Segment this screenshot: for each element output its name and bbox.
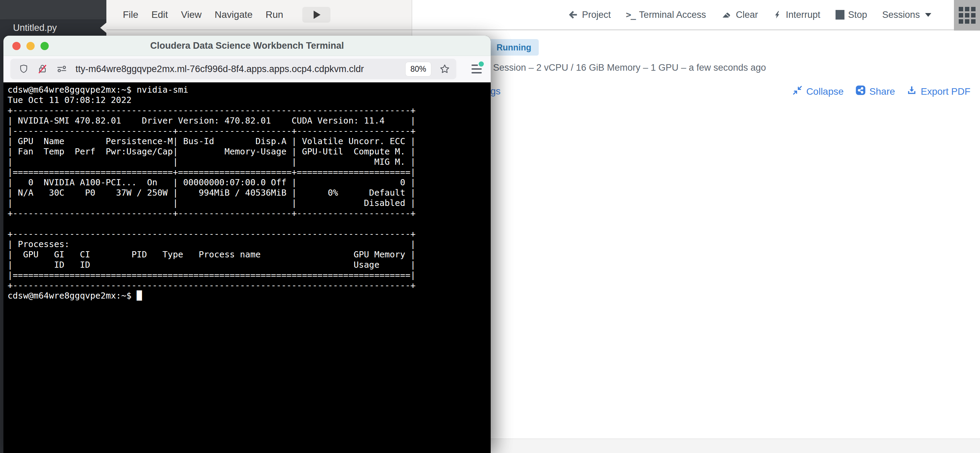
menubar-substrip [107, 30, 412, 36]
stop-label: Stop [848, 10, 867, 20]
address-field[interactable]: tty-m64wre8ggqvpe2mx.ml-76cf996d-8f4.app… [10, 59, 457, 79]
page-zoom-button[interactable]: 80% [406, 62, 431, 76]
shield-icon[interactable] [19, 64, 29, 75]
terminal-prompt-icon: >_ [626, 10, 635, 20]
menu-line [471, 72, 482, 73]
interrupt-label: Interrupt [786, 10, 821, 20]
browser-url-bar: tty-m64wre8ggqvpe2mx.ml-76cf996d-8f4.app… [3, 56, 491, 83]
chevron-down-icon [925, 13, 931, 17]
stop-button[interactable]: Stop [835, 10, 867, 20]
download-icon [907, 85, 917, 98]
apps-grid-icon [959, 7, 975, 24]
tab-notch [100, 23, 107, 33]
insecure-lock-icon[interactable] [37, 63, 48, 75]
play-icon [313, 11, 320, 19]
menu-navigate[interactable]: Navigate [215, 9, 253, 20]
menu-line [471, 65, 478, 66]
menu-line [471, 68, 482, 70]
session-info-text: Session – 2 vCPU / 16 GiB Memory – 1 GPU… [493, 62, 766, 73]
menu-edit[interactable]: Edit [151, 9, 168, 20]
lightning-icon [773, 10, 782, 20]
browser-menu-button[interactable] [471, 64, 483, 75]
menu-file[interactable]: File [123, 9, 138, 20]
menu-run[interactable]: Run [266, 9, 283, 20]
toolbar-divider [412, 0, 412, 36]
share-icon [856, 85, 866, 98]
collapse-button[interactable]: Collapse [792, 85, 844, 98]
export-pdf-label: Export PDF [921, 86, 970, 97]
update-available-dot [479, 62, 484, 67]
clear-label: Clear [736, 10, 758, 20]
clear-button[interactable]: Clear [721, 10, 758, 20]
stop-icon [835, 10, 845, 19]
project-button[interactable]: Project [568, 10, 611, 20]
apps-grid-button[interactable] [954, 0, 980, 30]
minimize-window-button[interactable] [26, 42, 35, 50]
share-button[interactable]: Share [856, 85, 895, 98]
session-panel-footer [412, 439, 980, 453]
sessions-label: Sessions [882, 10, 920, 20]
bookmark-star-icon[interactable] [439, 64, 450, 75]
terminal-output[interactable]: cdsw@m64wre8ggqvpe2mx:~$ nvidia-smi Tue … [3, 83, 491, 301]
status-badge: Running [489, 39, 539, 56]
back-arrow-icon [568, 10, 578, 20]
terminal-content[interactable]: cdsw@m64wre8ggqvpe2mx:~$ nvidia-smi Tue … [3, 83, 491, 453]
project-label: Project [582, 10, 611, 20]
window-controls [12, 36, 49, 56]
top-bar: Untitled.py File Edit View Navigate Run … [0, 0, 980, 36]
tab-untitled-py[interactable]: Untitled.py [13, 23, 57, 33]
terminal-access-button[interactable]: >_ Terminal Access [626, 10, 706, 20]
collapse-icon [792, 85, 803, 98]
menu-bar: File Edit View Navigate Run [107, 0, 331, 30]
editor-header: Untitled.py [0, 0, 107, 36]
terminal-access-label: Terminal Access [639, 10, 706, 20]
export-pdf-button[interactable]: Export PDF [907, 85, 970, 98]
window-title: Cloudera Data Science Workbench Terminal [150, 40, 344, 51]
close-window-button[interactable] [12, 42, 21, 50]
sessions-dropdown[interactable]: Sessions [882, 10, 931, 20]
menu-view[interactable]: View [181, 9, 201, 20]
zoom-window-button[interactable] [40, 42, 49, 50]
url-text[interactable]: tty-m64wre8ggqvpe2mx.ml-76cf996d-8f4.app… [75, 64, 397, 75]
terminal-window: Cloudera Data Science Workbench Terminal [3, 36, 491, 453]
editor-header-top [0, 0, 107, 19]
editor-tab-row: Untitled.py [0, 19, 107, 36]
session-toolbar: Project >_ Terminal Access Clear [568, 0, 931, 30]
eraser-icon [721, 10, 732, 20]
permissions-sliders-icon[interactable] [56, 64, 67, 75]
terminal-window-titlebar[interactable]: Cloudera Data Science Workbench Terminal [3, 36, 491, 56]
screen: Running Session – 2 vCPU / 16 GiB Memory… [0, 0, 980, 453]
interrupt-button[interactable]: Interrupt [773, 10, 821, 20]
run-button[interactable] [302, 7, 331, 23]
collapse-label: Collapse [807, 86, 844, 97]
share-label: Share [870, 86, 895, 97]
